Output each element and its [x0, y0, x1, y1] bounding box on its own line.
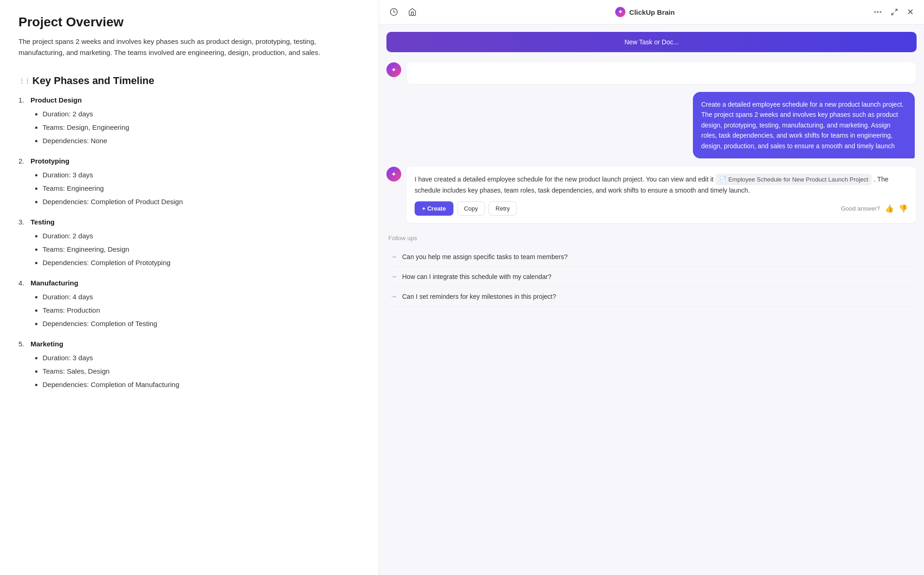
- ai-avatar-response: ✦: [386, 167, 401, 182]
- copy-button[interactable]: Copy: [457, 201, 485, 216]
- phase-detail-item: Teams: Sales, Design: [43, 365, 360, 377]
- arrow-icon: →: [390, 253, 398, 261]
- user-message: Create a detailed employee schedule for …: [693, 92, 915, 158]
- phase-item: 2.PrototypingDuration: 3 daysTeams: Engi…: [18, 157, 360, 208]
- follow-up-item[interactable]: →How can I integrate this schedule with …: [386, 267, 917, 287]
- phase-item: 1.Product DesignDuration: 2 daysTeams: D…: [18, 96, 360, 147]
- close-button[interactable]: ✕: [904, 6, 917, 18]
- more-options-button[interactable]: [870, 9, 885, 15]
- phase-detail-item: Teams: Production: [43, 304, 360, 316]
- phase-item: 3.TestingDuration: 2 daysTeams: Engineer…: [18, 218, 360, 269]
- phase-name: Marketing: [31, 340, 63, 348]
- ai-avatar-empty: ✦: [386, 62, 401, 77]
- chat-area: New Task or Doc... ✦ Create a detailed e…: [379, 24, 924, 575]
- svg-line-2: [892, 12, 894, 15]
- history-icon-button[interactable]: [386, 5, 401, 19]
- follow-up-text: Can I set reminders for key milestones i…: [402, 293, 556, 300]
- top-bar: ✦ ClickUp Brain ✕: [379, 0, 924, 24]
- phase-details: Duration: 2 daysTeams: Design, Engineeri…: [18, 108, 360, 147]
- phase-detail-item: Dependencies: Completion of Testing: [43, 317, 360, 330]
- phase-detail-item: Duration: 2 days: [43, 230, 360, 242]
- phase-detail-item: Dependencies: Completion of Product Desi…: [43, 195, 360, 208]
- empty-ai-bubble: [406, 61, 917, 85]
- phase-name: Product Design: [31, 96, 82, 104]
- phase-number: 5.: [18, 340, 27, 348]
- top-bar-left-icons: [386, 5, 420, 19]
- doc-reference-label: Employee Schedule for New Product Launch…: [728, 175, 869, 184]
- action-row: + Create Copy Retry Good answer? 👍 👎: [415, 201, 908, 216]
- phase-detail-item: Teams: Engineering: [43, 182, 360, 194]
- retry-button[interactable]: Retry: [489, 201, 517, 216]
- phases-list: 1.Product DesignDuration: 2 daysTeams: D…: [18, 96, 360, 391]
- section-title: Key Phases and Timeline: [18, 75, 360, 87]
- phase-detail-item: Duration: 4 days: [43, 291, 360, 303]
- phase-detail-item: Duration: 2 days: [43, 108, 360, 120]
- empty-ai-row: ✦: [386, 61, 917, 85]
- phase-header: 2.Prototyping: [18, 157, 360, 165]
- phase-header: 5.Marketing: [18, 340, 360, 348]
- phase-name: Prototyping: [31, 157, 69, 165]
- phase-detail-item: Teams: Engineering, Design: [43, 243, 360, 255]
- phase-header: 4.Manufacturing: [18, 279, 360, 287]
- follow-up-item[interactable]: →Can you help me assign specific tasks t…: [386, 247, 917, 267]
- top-bar-actions: ✕: [870, 6, 917, 18]
- phase-detail-item: Dependencies: Completion of Manufacturin…: [43, 378, 360, 391]
- phase-name: Testing: [31, 218, 55, 226]
- page-description: The project spans 2 weeks and involves k…: [18, 36, 360, 58]
- phase-details: Duration: 2 daysTeams: Engineering, Desi…: [18, 230, 360, 269]
- phase-detail-item: Duration: 3 days: [43, 169, 360, 181]
- create-button[interactable]: + Create: [415, 201, 453, 216]
- home-icon-button[interactable]: [405, 5, 420, 19]
- good-answer-area: Good answer? 👍 👎: [841, 204, 908, 213]
- phase-details: Duration: 4 daysTeams: ProductionDepende…: [18, 291, 360, 330]
- phase-detail-item: Duration: 3 days: [43, 351, 360, 364]
- phase-detail-item: Dependencies: Completion of Prototyping: [43, 256, 360, 269]
- expand-button[interactable]: [888, 6, 901, 18]
- arrow-icon: →: [390, 292, 398, 301]
- doc-reference[interactable]: 📄 Employee Schedule for New Product Laun…: [716, 174, 872, 185]
- phase-detail-item: Teams: Design, Engineering: [43, 121, 360, 133]
- thumbs-down-button[interactable]: 👎: [899, 204, 908, 213]
- panel-title: ClickUp Brain: [629, 8, 674, 16]
- panel-title-area: ✦ ClickUp Brain: [425, 7, 865, 17]
- user-message-row: Create a detailed employee schedule for …: [386, 92, 917, 158]
- phase-number: 4.: [18, 279, 27, 287]
- phase-details: Duration: 3 daysTeams: Sales, DesignDepe…: [18, 351, 360, 391]
- ai-response-text-prefix: I have created a detailed employee sched…: [415, 176, 714, 183]
- left-panel: Project Overview The project spans 2 wee…: [0, 0, 379, 575]
- follow-ups-list: →Can you help me assign specific tasks t…: [386, 247, 917, 307]
- new-task-button[interactable]: New Task or Doc...: [386, 32, 917, 52]
- ai-response-bubble: I have created a detailed employee sched…: [406, 166, 917, 224]
- good-answer-label: Good answer?: [841, 204, 880, 213]
- phase-item: 5.MarketingDuration: 3 daysTeams: Sales,…: [18, 340, 360, 391]
- follow-up-text: Can you help me assign specific tasks to…: [402, 253, 568, 260]
- phase-number: 3.: [18, 218, 27, 226]
- follow-ups-section: Follow ups →Can you help me assign speci…: [386, 231, 917, 310]
- brain-logo-icon: ✦: [615, 7, 625, 17]
- phase-details: Duration: 3 daysTeams: EngineeringDepend…: [18, 169, 360, 208]
- thumbs-up-button[interactable]: 👍: [885, 204, 894, 213]
- arrow-icon: →: [390, 272, 398, 281]
- phase-name: Manufacturing: [31, 279, 78, 287]
- phase-header: 3.Testing: [18, 218, 360, 226]
- follow-up-text: How can I integrate this schedule with m…: [402, 273, 551, 280]
- phase-item: 4.ManufacturingDuration: 4 daysTeams: Pr…: [18, 279, 360, 330]
- right-panel: ✦ ClickUp Brain ✕ New Task or Doc...: [379, 0, 924, 575]
- follow-up-item[interactable]: →Can I set reminders for key milestones …: [386, 287, 917, 307]
- doc-icon: 📄: [719, 175, 727, 184]
- follow-ups-title: Follow ups: [386, 235, 917, 242]
- chat-scroll-area[interactable]: New Task or Doc... ✦ Create a detailed e…: [379, 24, 924, 575]
- svg-line-1: [895, 9, 897, 12]
- phase-number: 1.: [18, 96, 27, 104]
- page-title: Project Overview: [18, 15, 360, 30]
- phase-number: 2.: [18, 157, 27, 165]
- ai-response-row: ✦ I have created a detailed employee sch…: [386, 166, 917, 224]
- phase-detail-item: Dependencies: None: [43, 134, 360, 147]
- phase-header: 1.Product Design: [18, 96, 360, 104]
